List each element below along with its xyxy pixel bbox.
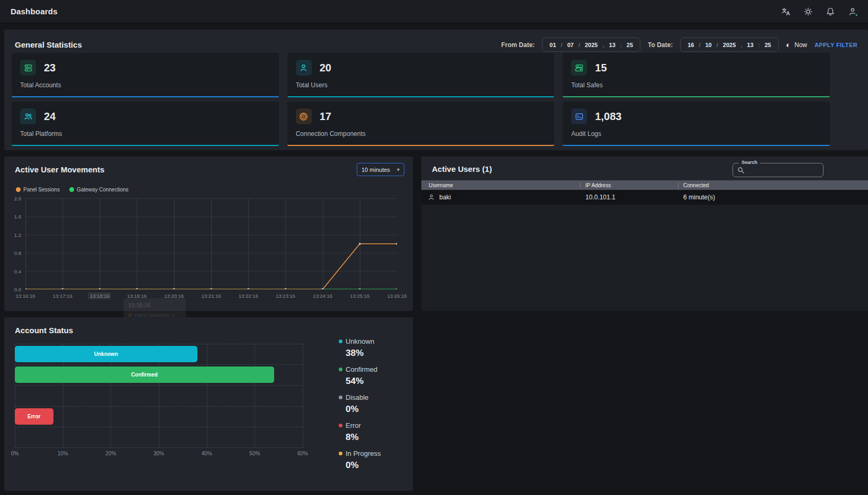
x-axis-tick: 30% (153, 451, 164, 456)
legend-entry-in-progress: In Progress 0% (339, 450, 408, 471)
active-users-header: Active Users (1) Search (421, 157, 868, 180)
account-status-legend: Unknown 38% Confirmed 54% Disable 0% Err… (339, 337, 408, 478)
cell-username: baki (439, 194, 451, 201)
dashboard-page: Dashboards General Statistics From Date: (0, 0, 868, 495)
gridline (303, 344, 303, 447)
to-month[interactable]: 10 (706, 42, 712, 48)
line-chart-y-axis: 2.01.61.20.80.40.0 (6, 198, 23, 289)
stat-label: Total Accounts (20, 81, 270, 89)
stat-value: 17 (320, 111, 331, 123)
stat-card-total-accounts: 23 Total Accounts (12, 53, 279, 97)
x-axis-tick: 50% (249, 451, 260, 456)
search-field[interactable]: Search (733, 163, 824, 177)
bar-row-disable (15, 385, 303, 406)
from-minute[interactable]: 25 (627, 42, 633, 48)
legend-entry-error: Error 8% (339, 421, 408, 443)
panel-sessions-dot (16, 187, 21, 192)
to-year[interactable]: 2025 (723, 42, 736, 48)
column-username: Username (421, 182, 580, 188)
cell-connected: 6 minute(s) (678, 194, 868, 201)
active-user-movements-panel: Active User Movements 10 minutes ▾ Panel… (4, 157, 413, 311)
bar-chart-canvas: UnknownConfirmedError (15, 344, 303, 447)
line-chart-canvas: 13:18:16 Panel Sessions: 0 Gateway Conne… (25, 198, 397, 289)
now-toggle-icon: ◐ (786, 41, 791, 49)
date-filter-bar: From Date: 01/ 07/ 2025, 13: 25 To Date:… (501, 38, 857, 52)
now-toggle[interactable]: ◐ Now (786, 41, 807, 49)
notifications-icon[interactable] (826, 7, 835, 16)
gridline (15, 447, 303, 448)
online-status-dot (855, 13, 858, 17)
x-axis-tick: 13:18:16 (88, 292, 111, 299)
y-axis-tick: 1.2 (14, 232, 21, 237)
account-status-panel: Account Status UnknownConfirmedError 0%1… (4, 317, 413, 491)
from-month[interactable]: 07 (567, 42, 574, 48)
legend-entry-disable: Disable 0% (339, 393, 408, 415)
stat-label: Total Safes (571, 81, 821, 89)
table-row[interactable]: baki 10.0.101.1 6 minute(s) (421, 190, 868, 205)
brightness-icon[interactable] (803, 7, 813, 16)
user-row-icon (428, 194, 435, 201)
translate-icon[interactable] (781, 7, 791, 16)
stat-value: 15 (595, 62, 607, 74)
stat-cards: 23 Total Accounts 20 Total Users (12, 53, 830, 146)
account-icon[interactable] (848, 7, 857, 16)
x-axis-tick: 13:24:16 (311, 292, 334, 299)
x-axis-tick: 40% (202, 451, 212, 456)
x-axis-tick: 13:16:16 (14, 292, 37, 299)
legend-panel-sessions: Panel Sessions (16, 187, 60, 192)
to-date-input[interactable]: 16/ 10/ 2025, 13: 25 (680, 38, 779, 52)
status-bar: Confirmed (15, 366, 274, 383)
general-statistics-title: General Statistics (15, 40, 82, 49)
to-date-label: To Date: (648, 41, 673, 49)
bar-row-error: Error (15, 406, 303, 427)
stat-value: 23 (44, 62, 56, 74)
stat-card-total-platforms: 24 Total Platforms (12, 102, 279, 146)
search-input[interactable] (748, 164, 821, 176)
accounts-icon (20, 60, 36, 76)
stat-value: 24 (44, 111, 56, 123)
gateway-connections-dot (69, 187, 74, 192)
search-icon (737, 167, 745, 174)
from-hour[interactable]: 13 (609, 42, 616, 48)
to-minute[interactable]: 25 (765, 42, 771, 48)
x-axis-tick: 20% (105, 451, 116, 456)
x-axis-tick: 0% (11, 451, 19, 456)
bar-row-confirmed: Confirmed (15, 364, 303, 385)
x-axis-tick: 13:17:16 (51, 292, 74, 299)
to-day[interactable]: 16 (688, 42, 694, 48)
bar-row-in-progress (15, 427, 303, 447)
x-axis-tick: 13:22:16 (237, 292, 260, 299)
stat-label: Total Platforms (20, 130, 270, 138)
audit-icon (571, 108, 587, 124)
from-day[interactable]: 01 (549, 42, 556, 48)
active-users-panel: Active Users (1) Search Username IP Addr… (421, 157, 868, 311)
time-range-select[interactable]: 10 minutes ▾ (357, 163, 404, 176)
stat-label: Total Users (296, 81, 546, 89)
platforms-icon (20, 108, 36, 124)
x-axis-tick: 13:26:16 (386, 292, 409, 299)
to-hour[interactable]: 13 (747, 42, 753, 48)
from-date-input[interactable]: 01/ 07/ 2025, 13: 25 (542, 38, 640, 52)
x-axis-tick: 13:25:16 (348, 292, 371, 299)
stat-value: 1,083 (595, 111, 621, 123)
active-users-title: Active Users (1) (432, 164, 492, 173)
column-connected: Connected (678, 182, 868, 188)
x-axis-tick: 60% (297, 451, 308, 456)
general-statistics-panel: General Statistics From Date: 01/ 07/ 20… (4, 30, 868, 150)
connection-icon (296, 108, 312, 124)
line-chart-legend: Panel Sessions Gateway Connections (16, 187, 129, 192)
stat-card-total-users: 20 Total Users (287, 53, 555, 97)
account-status-title: Account Status (15, 326, 73, 335)
top-bar: Dashboards (0, 0, 868, 23)
from-year[interactable]: 2025 (585, 42, 598, 48)
chevron-down-icon: ▾ (397, 167, 400, 172)
y-axis-tick: 0.0 (14, 287, 21, 292)
user-icon (296, 60, 312, 76)
legend-gateway-connections: Gateway Connections (69, 187, 129, 192)
column-ip-address: IP Address (580, 182, 678, 188)
line-chart-x-axis: 13:16:1613:17:1613:18:1613:19:1613:20:16… (25, 292, 397, 300)
stat-card-total-safes: 15 Total Safes (563, 53, 830, 97)
cell-ip-address: 10.0.101.1 (580, 194, 678, 201)
apply-filter-button[interactable]: APPLY FILTER (815, 42, 857, 48)
stat-label: Audit Logs (571, 130, 821, 138)
